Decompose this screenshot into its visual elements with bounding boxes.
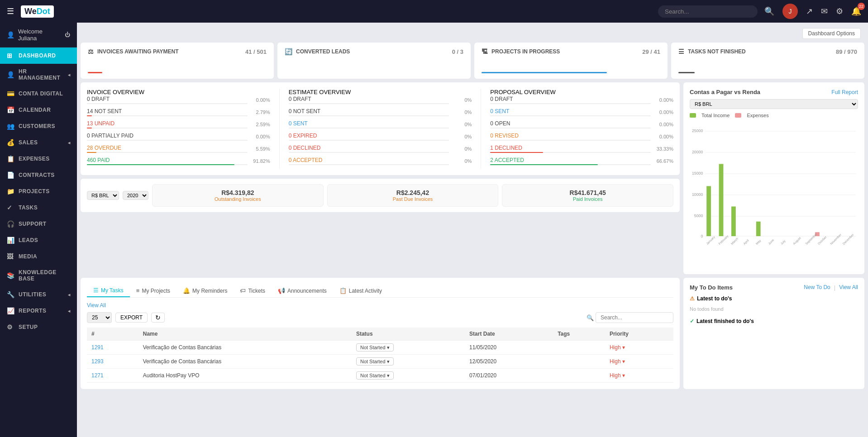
sidebar-item-label: DASHBOARD xyxy=(19,52,56,59)
tab-announcements[interactable]: 📢 Announcements xyxy=(272,284,333,297)
sidebar-item-reports[interactable]: 📈 REPORTS ◂ xyxy=(0,303,77,319)
tab-latest-activity[interactable]: 📋 Latest Activity xyxy=(333,284,388,297)
tickets-icon: 🏷 xyxy=(240,287,246,294)
sidebar-power-icon[interactable]: ⏻ xyxy=(65,32,70,38)
projects-progress-icon: 🏗 xyxy=(482,48,488,55)
col-name: Name xyxy=(138,328,352,341)
settings-icon[interactable]: ⚙ xyxy=(836,6,843,16)
sidebar-item-label: CONTA DIGITAL xyxy=(19,90,63,97)
sidebar-item-expenses[interactable]: 📋 EXPENSES xyxy=(0,151,77,167)
sidebar-item-dashboard[interactable]: ⊞ DASHBOARD xyxy=(0,48,77,64)
todo-empty-message: No todos found xyxy=(690,304,858,314)
sidebar-item-support[interactable]: 🎧 SUPPORT xyxy=(0,216,77,232)
overview-item: 0 DRAFT 0.00% xyxy=(87,95,270,104)
item-label: 0 REVISED xyxy=(490,133,519,139)
export-button[interactable]: EXPORT xyxy=(115,313,148,323)
task-tags xyxy=(553,369,605,383)
tab-label: Announcements xyxy=(287,288,327,294)
sidebar-item-conta[interactable]: 💳 CONTA DIGITAL xyxy=(0,86,77,102)
overview-item: 0 OPEN 0.00% xyxy=(490,120,673,128)
tab-my-projects[interactable]: ≡ My Projects xyxy=(130,284,176,297)
item-label: 0 DRAFT xyxy=(289,96,311,102)
chart-currency-select[interactable]: R$ BRL xyxy=(690,99,858,109)
item-label: 1 DECLINED xyxy=(490,145,522,151)
view-all-link[interactable]: View All xyxy=(87,302,673,309)
year-select[interactable]: 2020 xyxy=(123,191,148,200)
tab-my-reminders[interactable]: 🔔 My Reminders xyxy=(176,284,234,297)
sidebar-item-customers[interactable]: 👥 CUSTOMERS xyxy=(0,118,77,134)
task-priority: High ▾ xyxy=(605,369,673,383)
task-id-link[interactable]: 1291 xyxy=(91,344,104,351)
overview-item: 0 DRAFT 0% xyxy=(289,95,472,104)
col-priority: Priority xyxy=(605,328,673,341)
todo-section-title: ⚠ Latest to do's xyxy=(690,295,858,302)
full-report-link[interactable]: Full Report xyxy=(831,89,858,95)
table-scroll[interactable]: # Name Status Start Date Tags Priority 1… xyxy=(87,328,673,383)
dashboard-options-button[interactable]: Dashboard Options xyxy=(802,28,861,39)
task-id-link[interactable]: 1293 xyxy=(91,358,104,365)
overview-item: 14 NOT SENT 2.79% xyxy=(87,108,270,116)
refresh-button[interactable]: ↻ xyxy=(151,313,165,323)
status-badge[interactable]: Not Started ▾ xyxy=(356,343,394,352)
check-icon: ✓ xyxy=(690,318,694,324)
overview-item: 2 ACCEPTED 66.67% xyxy=(490,157,673,165)
table-search-input[interactable] xyxy=(596,312,673,323)
tab-my-tasks[interactable]: ☰ My Tasks xyxy=(87,284,130,297)
task-start-date: 12/05/2020 xyxy=(465,355,553,369)
announcements-icon: 📢 xyxy=(278,287,285,294)
sidebar-item-label: LEADS xyxy=(19,237,38,243)
item-label: 0 OPEN xyxy=(490,120,510,127)
overview-item: 0 PARTIALLY PAID 0.00% xyxy=(87,132,270,141)
sidebar-item-knowledge[interactable]: 📚 KNOWLEDGE BASE xyxy=(0,265,77,286)
search-input[interactable] xyxy=(658,5,758,18)
sidebar-item-hr[interactable]: 👤 HR MANAGEMENT ◂ xyxy=(0,64,77,86)
past-due-card: R$2.245,42 Past Due Invoices xyxy=(327,184,499,207)
sidebar-item-label: TASKS xyxy=(19,204,38,211)
task-start-date: 07/01/2020 xyxy=(465,369,553,383)
chart-panel: Contas a Pagar vs Renda Full Report R$ B… xyxy=(683,82,864,274)
expenses-legend-dot xyxy=(735,113,741,118)
warning-icon: ⚠ xyxy=(690,295,695,302)
currency-select[interactable]: R$ BRL xyxy=(87,191,119,200)
svg-text:25000: 25000 xyxy=(692,128,703,133)
hr-icon: 👤 xyxy=(7,71,14,78)
chevron-right-icon: ◂ xyxy=(68,309,71,314)
svg-text:September: September xyxy=(805,232,818,246)
overview-item: 0 EXPIRED 0% xyxy=(289,132,472,141)
sidebar-item-media[interactable]: 🖼 MEDIA xyxy=(0,248,77,265)
avatar[interactable]: J xyxy=(782,4,798,19)
status-badge[interactable]: Not Started ▾ xyxy=(356,371,394,380)
sidebar-item-leads[interactable]: 📊 LEADS xyxy=(0,232,77,248)
sidebar-item-contracts[interactable]: 📄 CONTRACTS xyxy=(0,167,77,183)
mail-icon[interactable]: ✉ xyxy=(821,6,828,16)
search-icon[interactable]: 🔍 xyxy=(764,6,774,16)
col-tags: Tags xyxy=(553,328,605,341)
sidebar-item-calendar[interactable]: 📅 CALENDAR xyxy=(0,102,77,118)
svg-text:December: December xyxy=(842,233,854,246)
income-legend-dot xyxy=(690,113,696,118)
item-pct: 2.59% xyxy=(248,122,270,127)
sidebar-item-setup[interactable]: ⚙ SETUP xyxy=(0,319,77,335)
status-badge[interactable]: Not Started ▾ xyxy=(356,357,394,366)
tab-tickets[interactable]: 🏷 Tickets xyxy=(234,284,272,297)
stat-card-label: TASKS NOT FINISHED xyxy=(688,48,746,55)
view-all-todo-link[interactable]: View All xyxy=(839,284,858,291)
sidebar-item-utilities[interactable]: 🔧 UTILITIES ◂ xyxy=(0,286,77,303)
todo-section-title: ✓ Latest finished to do's xyxy=(690,318,858,324)
task-id-link[interactable]: 1271 xyxy=(91,372,104,379)
item-label: 0 SENT xyxy=(289,120,308,127)
sidebar-item-sales[interactable]: 💰 SALES ◂ xyxy=(0,134,77,151)
item-label: 0 NOT SENT xyxy=(289,108,320,114)
svg-text:July: July xyxy=(780,239,787,246)
svg-text:May: May xyxy=(755,239,762,246)
per-page-select[interactable]: 2550100 xyxy=(87,312,112,323)
new-todo-link[interactable]: New To Do xyxy=(804,284,830,291)
sidebar-item-projects[interactable]: 📁 PROJECTS xyxy=(0,183,77,200)
support-icon: 🎧 xyxy=(7,220,14,228)
sidebar-item-label: UTILITIES xyxy=(19,291,46,298)
sidebar-item-tasks[interactable]: ✓ TASKS xyxy=(0,200,77,216)
menu-icon[interactable]: ☰ xyxy=(7,6,14,16)
share-icon[interactable]: ↗ xyxy=(806,6,813,16)
todo-header: My To Do Items New To Do | View All xyxy=(690,284,858,291)
notifications-icon[interactable]: 🔔 22 xyxy=(851,6,861,16)
